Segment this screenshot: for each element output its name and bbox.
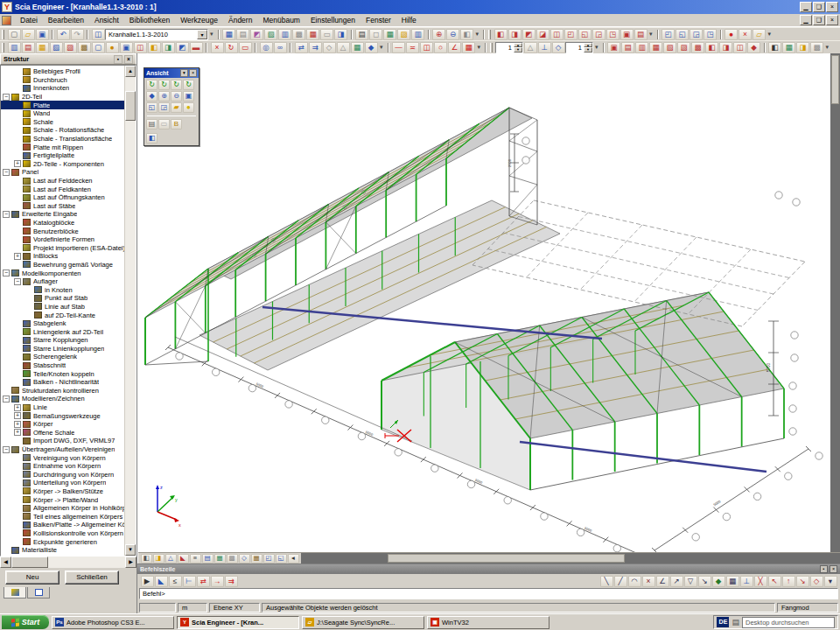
maximize-window-icon[interactable]: ❑ bbox=[813, 2, 825, 12]
expand-icon[interactable]: + bbox=[14, 412, 21, 419]
tree-item-bema-ungswerkzeuge[interactable]: +Bemaßungswerkzeuge bbox=[1, 411, 124, 420]
zoom-in-icon[interactable]: ⊕ bbox=[158, 91, 170, 102]
wireframe-mode-icon[interactable]: ◧ bbox=[141, 554, 152, 564]
filter-view-icon[interactable]: ◨ bbox=[796, 42, 809, 53]
tree-item-linie[interactable]: +Linie bbox=[1, 403, 124, 412]
close-panel-icon[interactable]: × bbox=[124, 55, 133, 64]
camera-icon[interactable]: ▭ bbox=[158, 119, 170, 130]
rotate-x-icon[interactable]: ↻ bbox=[158, 80, 170, 90]
save-project-icon[interactable]: ▣ bbox=[36, 29, 49, 40]
slab-tool-icon[interactable]: ◧ bbox=[148, 42, 161, 53]
pin-panel-icon[interactable]: ▪ bbox=[114, 55, 122, 64]
window-1-icon[interactable]: ◰ bbox=[263, 554, 275, 564]
status-unit-field[interactable]: m bbox=[178, 603, 207, 612]
split-window-icon[interactable]: ◫ bbox=[92, 29, 105, 40]
repeat-command-icon[interactable]: ⇉ bbox=[225, 576, 238, 587]
tree-item-modellieren-zeichnen[interactable]: −Modellieren/Zeichnen bbox=[1, 395, 124, 403]
tree-vertical-scrollbar[interactable]: ▲ ▼ bbox=[124, 66, 136, 556]
expand-icon[interactable]: + bbox=[14, 404, 21, 411]
taskbar-task-adobe-photoshop-cs3-e[interactable]: PsAdobe Photoshop CS3 E... bbox=[52, 616, 174, 629]
project-combo[interactable]: Kranhalle1.1-3-2010 ▾ bbox=[105, 29, 208, 40]
render-settings-icon[interactable]: ▩ bbox=[227, 554, 238, 564]
paste-special-icon[interactable]: ◳ bbox=[704, 29, 717, 40]
supports-toggle-icon[interactable]: △ bbox=[165, 554, 177, 564]
haunch-tool-icon[interactable]: ▩ bbox=[78, 42, 91, 53]
palette-header[interactable]: Ansicht ▾ × bbox=[144, 68, 199, 78]
profile-tool-icon[interactable]: ▣ bbox=[120, 42, 133, 53]
hinge-support-icon[interactable]: ◫ bbox=[420, 42, 433, 53]
view-right-icon[interactable]: ◳ bbox=[606, 29, 620, 40]
mesh-support-icon[interactable]: ▦ bbox=[462, 42, 475, 53]
status-plane-field[interactable]: Ebene XY bbox=[209, 603, 260, 612]
menu-bearbeiten[interactable]: Bearbeiten bbox=[43, 15, 89, 25]
tree-item-innenknoten[interactable]: Innenknoten bbox=[1, 84, 124, 93]
model-data-toggle-icon[interactable]: ▦ bbox=[214, 554, 226, 564]
menu-menbaum[interactable]: Menübaum bbox=[257, 15, 305, 25]
rotate-y-icon[interactable]: ↻ bbox=[171, 80, 182, 90]
view-z-icon[interactable]: ◪ bbox=[536, 29, 550, 40]
tree-item-entnahme-von-k-rpern[interactable]: Entnahme von Körpern bbox=[1, 462, 124, 471]
tree-item-projekt-importieren-esa-datei[interactable]: Projekt importieren (ESA-Datei) bbox=[1, 243, 124, 252]
collapse-icon[interactable]: − bbox=[3, 169, 10, 176]
tab-structure-tree[interactable] bbox=[4, 587, 26, 598]
snap-off-icon[interactable]: × bbox=[642, 576, 655, 587]
zoom-document-icon[interactable]: ⊖ bbox=[446, 29, 459, 40]
line-support-icon[interactable]: — bbox=[392, 42, 405, 53]
panel-tool-icon[interactable]: ◩ bbox=[176, 42, 189, 53]
link-members-icon[interactable]: ∞ bbox=[274, 42, 287, 53]
snap-vertical-icon[interactable]: ↑ bbox=[782, 576, 795, 587]
zoom-out-icon[interactable]: ⊖ bbox=[171, 91, 182, 102]
3d-viewport[interactable]: 5000500050005000500057002700zyx Ansicht … bbox=[137, 53, 840, 564]
menu-werkzeuge[interactable]: Werkzeuge bbox=[175, 15, 223, 25]
tree-item-vordefinierte-formen[interactable]: Vordefinierte Formen bbox=[1, 235, 124, 244]
table-composer-icon[interactable]: ▦ bbox=[306, 29, 319, 40]
tree-item-starre-kopplungen[interactable]: Starre Kopplungen bbox=[1, 336, 124, 345]
viewport-horizontal-scrollbar[interactable] bbox=[301, 553, 840, 564]
scroll-thumb[interactable] bbox=[388, 554, 625, 563]
view-left-icon[interactable]: ◲ bbox=[592, 29, 606, 40]
tree-item-fertigteilplatte[interactable]: Fertigteilplatte bbox=[1, 151, 124, 160]
tree-item-inblocks[interactable]: +InBlocks bbox=[1, 252, 124, 261]
expand-icon[interactable]: + bbox=[14, 253, 21, 260]
activity-icon[interactable]: ◩ bbox=[250, 29, 263, 40]
picture-icon[interactable]: ▨ bbox=[397, 29, 410, 40]
paperspace-icon[interactable]: ▩ bbox=[292, 29, 305, 40]
delete-icon[interactable]: ● bbox=[724, 29, 738, 40]
swap-direction-icon[interactable]: ⇄ bbox=[197, 576, 210, 587]
ucs-tool-icon[interactable]: ⊥ bbox=[538, 42, 551, 53]
tree-item-liniengelenk-auf-2d-teil[interactable]: Liniengelenk auf 2D-Teil bbox=[1, 327, 124, 336]
tree-horizontal-scrollbar[interactable]: ◀ ▶ bbox=[0, 556, 136, 568]
named-view-icon[interactable]: B bbox=[171, 119, 182, 130]
tree-item-schale[interactable]: Schale bbox=[1, 118, 124, 127]
tree-item-strukturdaten-kontrollieren[interactable]: Strukturdaten kontrollieren bbox=[1, 387, 124, 396]
tree-item-modellkomponenten[interactable]: −Modellkomponenten bbox=[1, 269, 124, 277]
mdi-restore-icon[interactable]: ❑ bbox=[813, 15, 825, 25]
select-dimension-icon[interactable]: ◧ bbox=[705, 42, 718, 53]
tree-item-platte-mit-rippen[interactable]: Platte mit Rippen bbox=[1, 143, 124, 151]
expand-icon[interactable]: + bbox=[14, 160, 21, 167]
tree-item-bertragen-aufteilen-vereinigen[interactable]: −Übertragen/Aufteilen/Vereinigen bbox=[1, 445, 124, 454]
snap-diamond-icon[interactable]: ◇ bbox=[810, 576, 823, 587]
snap-cross-icon[interactable]: ╳ bbox=[754, 576, 767, 587]
close-window-icon[interactable]: × bbox=[826, 2, 838, 12]
view-bottom-icon[interactable]: ▤ bbox=[634, 29, 648, 40]
less-filter-icon[interactable]: ≤ bbox=[169, 576, 182, 587]
opening-tool-icon[interactable]: ▢ bbox=[92, 42, 105, 53]
view-y-icon[interactable]: ◩ bbox=[522, 29, 536, 40]
new-button[interactable]: Neu bbox=[5, 570, 60, 584]
tree-item-vereinigung-von-k-rpern[interactable]: Vereinigung von Körpern bbox=[1, 453, 124, 462]
clipboard-picture-icon[interactable]: ◧ bbox=[460, 29, 473, 40]
menu-bibliotheken[interactable]: Bibliotheken bbox=[124, 15, 175, 25]
palette-menu-icon[interactable]: ▾ bbox=[180, 69, 188, 77]
tree-item-platte[interactable]: Platte bbox=[1, 101, 124, 109]
connect-nodes-icon[interactable]: ◎ bbox=[260, 42, 273, 53]
tree-item-materialliste[interactable]: Materialliste bbox=[1, 546, 124, 555]
snap-intersection-icon[interactable]: ↗ bbox=[670, 576, 683, 587]
select-previous-icon[interactable]: ◫ bbox=[733, 42, 746, 53]
tree-item-eckpunkte-generieren[interactable]: Eckpunkte generieren bbox=[1, 537, 124, 546]
scroll-up-icon[interactable]: ▲ bbox=[125, 66, 136, 77]
view-persp-icon[interactable]: ◫ bbox=[550, 29, 564, 40]
paste-icon[interactable]: ◱ bbox=[676, 29, 689, 40]
tree-item-schale-rotationsfl-che[interactable]: Schale - Rotationsfläche bbox=[1, 126, 124, 135]
select-label-icon[interactable]: ▩ bbox=[691, 42, 704, 53]
